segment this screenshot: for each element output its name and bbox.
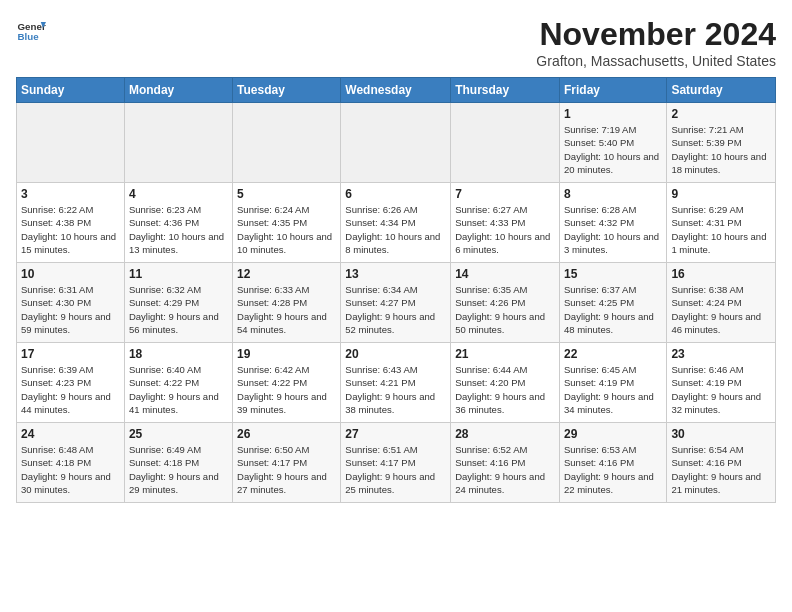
day-info: Sunrise: 6:50 AMSunset: 4:17 PMDaylight:… <box>237 443 336 496</box>
calendar-day-4: 4Sunrise: 6:23 AMSunset: 4:36 PMDaylight… <box>124 183 232 263</box>
day-number: 11 <box>129 267 228 281</box>
day-info: Sunrise: 6:22 AMSunset: 4:38 PMDaylight:… <box>21 203 120 256</box>
day-number: 2 <box>671 107 771 121</box>
calendar-day-29: 29Sunrise: 6:53 AMSunset: 4:16 PMDayligh… <box>559 423 666 503</box>
calendar-day-8: 8Sunrise: 6:28 AMSunset: 4:32 PMDaylight… <box>559 183 666 263</box>
day-info: Sunrise: 6:29 AMSunset: 4:31 PMDaylight:… <box>671 203 771 256</box>
day-number: 5 <box>237 187 336 201</box>
day-number: 1 <box>564 107 662 121</box>
weekday-header-friday: Friday <box>559 78 666 103</box>
day-number: 26 <box>237 427 336 441</box>
day-number: 19 <box>237 347 336 361</box>
day-info: Sunrise: 6:37 AMSunset: 4:25 PMDaylight:… <box>564 283 662 336</box>
calendar-empty-cell <box>17 103 125 183</box>
day-number: 7 <box>455 187 555 201</box>
calendar-day-13: 13Sunrise: 6:34 AMSunset: 4:27 PMDayligh… <box>341 263 451 343</box>
calendar-day-28: 28Sunrise: 6:52 AMSunset: 4:16 PMDayligh… <box>451 423 560 503</box>
calendar-day-3: 3Sunrise: 6:22 AMSunset: 4:38 PMDaylight… <box>17 183 125 263</box>
day-info: Sunrise: 6:51 AMSunset: 4:17 PMDaylight:… <box>345 443 446 496</box>
day-info: Sunrise: 6:28 AMSunset: 4:32 PMDaylight:… <box>564 203 662 256</box>
calendar-day-19: 19Sunrise: 6:42 AMSunset: 4:22 PMDayligh… <box>233 343 341 423</box>
calendar-week-row: 3Sunrise: 6:22 AMSunset: 4:38 PMDaylight… <box>17 183 776 263</box>
weekday-header-tuesday: Tuesday <box>233 78 341 103</box>
day-info: Sunrise: 6:38 AMSunset: 4:24 PMDaylight:… <box>671 283 771 336</box>
day-info: Sunrise: 6:34 AMSunset: 4:27 PMDaylight:… <box>345 283 446 336</box>
calendar-day-14: 14Sunrise: 6:35 AMSunset: 4:26 PMDayligh… <box>451 263 560 343</box>
calendar-day-25: 25Sunrise: 6:49 AMSunset: 4:18 PMDayligh… <box>124 423 232 503</box>
calendar-day-30: 30Sunrise: 6:54 AMSunset: 4:16 PMDayligh… <box>667 423 776 503</box>
day-number: 9 <box>671 187 771 201</box>
day-info: Sunrise: 6:35 AMSunset: 4:26 PMDaylight:… <box>455 283 555 336</box>
weekday-header-thursday: Thursday <box>451 78 560 103</box>
calendar-day-5: 5Sunrise: 6:24 AMSunset: 4:35 PMDaylight… <box>233 183 341 263</box>
day-number: 27 <box>345 427 446 441</box>
day-number: 21 <box>455 347 555 361</box>
page-header: General Blue November 2024 Grafton, Mass… <box>16 16 776 69</box>
day-number: 23 <box>671 347 771 361</box>
weekday-header-row: SundayMondayTuesdayWednesdayThursdayFrid… <box>17 78 776 103</box>
day-number: 13 <box>345 267 446 281</box>
calendar-day-11: 11Sunrise: 6:32 AMSunset: 4:29 PMDayligh… <box>124 263 232 343</box>
calendar-day-23: 23Sunrise: 6:46 AMSunset: 4:19 PMDayligh… <box>667 343 776 423</box>
day-info: Sunrise: 6:48 AMSunset: 4:18 PMDaylight:… <box>21 443 120 496</box>
calendar-empty-cell <box>124 103 232 183</box>
day-number: 17 <box>21 347 120 361</box>
day-info: Sunrise: 6:54 AMSunset: 4:16 PMDaylight:… <box>671 443 771 496</box>
day-number: 20 <box>345 347 446 361</box>
calendar-day-18: 18Sunrise: 6:40 AMSunset: 4:22 PMDayligh… <box>124 343 232 423</box>
calendar-empty-cell <box>233 103 341 183</box>
calendar-day-12: 12Sunrise: 6:33 AMSunset: 4:28 PMDayligh… <box>233 263 341 343</box>
calendar-day-2: 2Sunrise: 7:21 AMSunset: 5:39 PMDaylight… <box>667 103 776 183</box>
calendar-table: SundayMondayTuesdayWednesdayThursdayFrid… <box>16 77 776 503</box>
day-info: Sunrise: 6:33 AMSunset: 4:28 PMDaylight:… <box>237 283 336 336</box>
calendar-week-row: 24Sunrise: 6:48 AMSunset: 4:18 PMDayligh… <box>17 423 776 503</box>
day-info: Sunrise: 6:52 AMSunset: 4:16 PMDaylight:… <box>455 443 555 496</box>
weekday-header-sunday: Sunday <box>17 78 125 103</box>
day-info: Sunrise: 6:23 AMSunset: 4:36 PMDaylight:… <box>129 203 228 256</box>
day-info: Sunrise: 6:49 AMSunset: 4:18 PMDaylight:… <box>129 443 228 496</box>
day-info: Sunrise: 6:43 AMSunset: 4:21 PMDaylight:… <box>345 363 446 416</box>
day-number: 4 <box>129 187 228 201</box>
day-info: Sunrise: 6:42 AMSunset: 4:22 PMDaylight:… <box>237 363 336 416</box>
calendar-day-15: 15Sunrise: 6:37 AMSunset: 4:25 PMDayligh… <box>559 263 666 343</box>
day-number: 28 <box>455 427 555 441</box>
day-info: Sunrise: 6:27 AMSunset: 4:33 PMDaylight:… <box>455 203 555 256</box>
day-info: Sunrise: 6:53 AMSunset: 4:16 PMDaylight:… <box>564 443 662 496</box>
title-block: November 2024 Grafton, Massachusetts, Un… <box>536 16 776 69</box>
day-number: 14 <box>455 267 555 281</box>
day-number: 30 <box>671 427 771 441</box>
day-number: 24 <box>21 427 120 441</box>
calendar-empty-cell <box>451 103 560 183</box>
calendar-day-26: 26Sunrise: 6:50 AMSunset: 4:17 PMDayligh… <box>233 423 341 503</box>
weekday-header-saturday: Saturday <box>667 78 776 103</box>
day-number: 12 <box>237 267 336 281</box>
location: Grafton, Massachusetts, United States <box>536 53 776 69</box>
logo-icon: General Blue <box>16 16 46 46</box>
calendar-day-7: 7Sunrise: 6:27 AMSunset: 4:33 PMDaylight… <box>451 183 560 263</box>
calendar-week-row: 10Sunrise: 6:31 AMSunset: 4:30 PMDayligh… <box>17 263 776 343</box>
calendar-day-21: 21Sunrise: 6:44 AMSunset: 4:20 PMDayligh… <box>451 343 560 423</box>
month-title: November 2024 <box>536 16 776 53</box>
day-number: 8 <box>564 187 662 201</box>
day-info: Sunrise: 6:24 AMSunset: 4:35 PMDaylight:… <box>237 203 336 256</box>
day-info: Sunrise: 6:46 AMSunset: 4:19 PMDaylight:… <box>671 363 771 416</box>
day-info: Sunrise: 7:19 AMSunset: 5:40 PMDaylight:… <box>564 123 662 176</box>
calendar-day-9: 9Sunrise: 6:29 AMSunset: 4:31 PMDaylight… <box>667 183 776 263</box>
weekday-header-monday: Monday <box>124 78 232 103</box>
svg-text:Blue: Blue <box>18 31 40 42</box>
day-info: Sunrise: 6:45 AMSunset: 4:19 PMDaylight:… <box>564 363 662 416</box>
calendar-day-17: 17Sunrise: 6:39 AMSunset: 4:23 PMDayligh… <box>17 343 125 423</box>
calendar-day-10: 10Sunrise: 6:31 AMSunset: 4:30 PMDayligh… <box>17 263 125 343</box>
weekday-header-wednesday: Wednesday <box>341 78 451 103</box>
day-info: Sunrise: 6:39 AMSunset: 4:23 PMDaylight:… <box>21 363 120 416</box>
day-info: Sunrise: 7:21 AMSunset: 5:39 PMDaylight:… <box>671 123 771 176</box>
day-number: 16 <box>671 267 771 281</box>
day-info: Sunrise: 6:31 AMSunset: 4:30 PMDaylight:… <box>21 283 120 336</box>
calendar-week-row: 17Sunrise: 6:39 AMSunset: 4:23 PMDayligh… <box>17 343 776 423</box>
calendar-day-20: 20Sunrise: 6:43 AMSunset: 4:21 PMDayligh… <box>341 343 451 423</box>
logo: General Blue <box>16 16 46 46</box>
day-info: Sunrise: 6:44 AMSunset: 4:20 PMDaylight:… <box>455 363 555 416</box>
day-number: 25 <box>129 427 228 441</box>
day-number: 29 <box>564 427 662 441</box>
day-info: Sunrise: 6:26 AMSunset: 4:34 PMDaylight:… <box>345 203 446 256</box>
